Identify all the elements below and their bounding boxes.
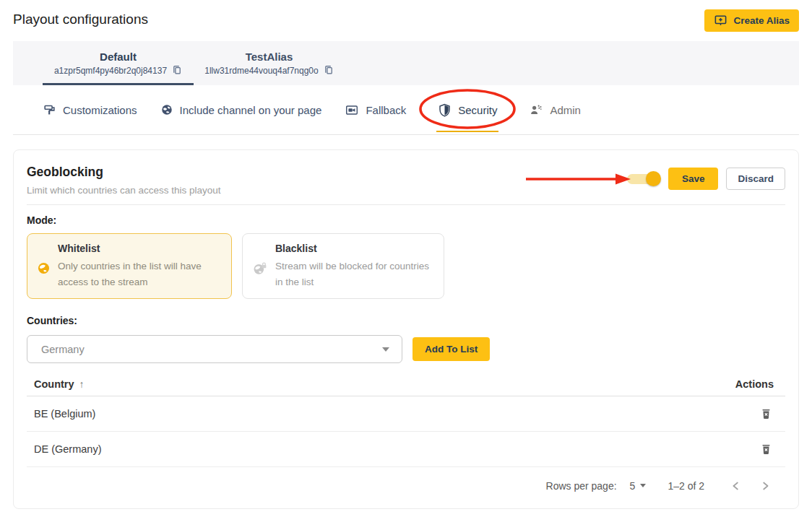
tab-include-channel[interactable]: Include channel on your page [160,85,322,134]
rows-per-page-label: Rows per page: [546,480,617,492]
geoblocking-card: Geoblocking Limit which countries can ac… [13,149,799,509]
pagination-range: 1–2 of 2 [668,480,704,492]
country-cell: DE (Germany) [34,443,101,455]
country-select[interactable]: Germany [27,335,402,363]
chevron-down-icon [640,484,646,487]
paint-roller-icon [43,103,56,117]
country-cell: BE (Belgium) [34,408,95,420]
alias-name: Default [100,51,137,63]
globe-whitelist-icon [37,261,51,290]
divider [27,204,785,205]
section-tabs: Customizations Include channel on your p… [13,85,799,135]
discard-button[interactable]: Discard [726,168,785,190]
mode-title: Blacklist [275,243,430,254]
shield-icon [438,103,452,117]
table-row: DE (Germany) [27,432,785,467]
alias-tabs-bar: Default a1zpr5qmf4py46br2q0j84137 TestAl… [13,41,799,85]
mode-title: Whitelist [58,243,212,254]
geoblocking-subtitle: Limit which countries can access this pl… [27,185,221,196]
next-page-button[interactable] [759,480,771,492]
tab-label: Customizations [63,104,137,116]
rows-per-page-value: 5 [630,480,636,492]
table-pagination: Rows per page: 5 1–2 of 2 [27,467,785,504]
add-to-list-button[interactable]: Add To List [413,337,490,361]
tab-security[interactable]: Security [429,85,506,134]
countries-label: Countries: [27,315,785,326]
table-header-row: Country ↑ Actions [27,372,785,396]
geoblocking-title: Geoblocking [27,165,221,180]
alias-name: TestAlias [246,51,293,63]
tab-label: Include channel on your page [180,104,322,116]
monitor-plus-icon [714,14,727,27]
delete-country-button[interactable] [760,407,772,420]
country-column-header[interactable]: Country ↑ [34,378,85,390]
alias-id: 1llw31rdme44vouq4af7nqg0o [204,66,318,76]
page-header: Playout configurations Create Alias [0,0,812,41]
globe-icon [160,103,173,116]
actions-column-header: Actions [735,378,774,390]
delete-country-button[interactable] [760,443,772,456]
mode-description: Only countries in the list will have acc… [58,258,212,290]
alias-id: a1zpr5qmf4py46br2q0j84137 [54,66,167,76]
admin-user-icon [529,103,543,117]
mode-description: Stream will be blocked for countries in … [275,258,430,290]
tab-label: Admin [550,104,581,116]
tab-admin[interactable]: Admin [529,85,581,134]
table-row: BE (Belgium) [27,396,785,432]
create-alias-button[interactable]: Create Alias [704,9,799,32]
copy-icon[interactable] [324,65,334,76]
country-select-value: Germany [41,344,85,355]
copy-icon[interactable] [172,65,182,76]
alias-tab-default[interactable]: Default a1zpr5qmf4py46br2q0j84137 [43,41,194,85]
tab-label: Security [458,104,497,116]
mode-label: Mode: [27,214,785,226]
mode-card-whitelist[interactable]: Whitelist Only countries in the list wil… [27,233,232,299]
page-title: Playout configurations [13,12,148,27]
tab-fallback[interactable]: Fallback [345,85,406,134]
annotation-red-arrow [524,171,631,187]
mode-card-blacklist[interactable]: Blacklist Stream will be blocked for cou… [242,233,444,299]
previous-page-button[interactable] [730,480,742,492]
fallback-video-icon [345,103,359,117]
tab-label: Fallback [366,104,406,116]
rows-per-page-select[interactable]: 5 [630,480,647,492]
alias-tab-testalias[interactable]: TestAlias 1llw31rdme44vouq4af7nqg0o [194,41,345,85]
tab-customizations[interactable]: Customizations [43,85,137,134]
geoblocking-toggle[interactable] [627,171,661,186]
create-alias-label: Create Alias [733,15,790,26]
globe-lock-icon [252,261,268,290]
countries-table: Country ↑ Actions BE (Belgium) DE (Germa… [27,372,785,467]
chevron-down-icon [382,347,389,352]
save-button[interactable]: Save [668,168,719,190]
sort-asc-icon: ↑ [79,378,85,390]
